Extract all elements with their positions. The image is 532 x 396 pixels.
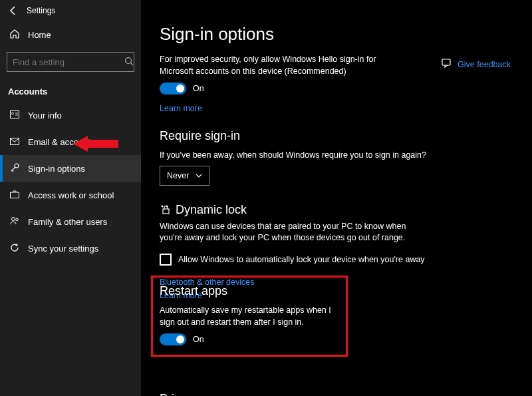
search-icon — [124, 57, 134, 68]
sidebar-item-label: Family & other users — [28, 217, 107, 227]
back-button[interactable] — [5, 3, 21, 19]
hello-desc: For improved security, only allow Window… — [160, 54, 399, 77]
main-content: Sign-in options For improved security, o… — [141, 0, 532, 396]
sidebar-item-sync-settings[interactable]: Sync your settings — [0, 235, 141, 262]
sidebar-item-label: Your info — [28, 110, 62, 120]
briefcase-icon — [9, 190, 20, 200]
dynamic-lock-icon — [160, 204, 170, 216]
svg-point-4 — [126, 57, 132, 63]
require-value: Never — [167, 171, 189, 180]
hello-learn-more-link[interactable]: Learn more — [160, 104, 202, 113]
user-card-icon — [9, 110, 20, 120]
svg-rect-6 — [11, 110, 19, 118]
sidebar-item-your-info[interactable]: Your info — [0, 102, 141, 128]
sidebar-home-label: Home — [28, 30, 51, 40]
hello-toggle[interactable] — [160, 83, 186, 95]
search-input[interactable] — [13, 57, 124, 67]
search-box[interactable] — [7, 52, 134, 72]
key-icon — [9, 163, 20, 174]
svg-point-15 — [12, 218, 15, 221]
svg-rect-20 — [163, 209, 169, 214]
restart-desc: Automatically save my restartable apps w… — [160, 305, 339, 328]
dynlock-title: Dynamic lock — [176, 203, 247, 217]
sidebar-item-label: Sign-in options — [28, 164, 85, 174]
svg-line-5 — [131, 63, 134, 65]
svg-point-7 — [12, 112, 14, 114]
require-title: Require sign-in — [160, 129, 513, 143]
sidebar-item-signin-options[interactable]: Sign-in options — [0, 155, 141, 182]
svg-line-13 — [12, 170, 13, 172]
feedback-icon — [442, 59, 451, 70]
dynlock-checkbox[interactable] — [160, 254, 172, 266]
sidebar-item-label: Email & accounts — [28, 137, 94, 147]
require-dropdown[interactable]: Never — [160, 166, 209, 186]
sidebar-home[interactable]: Home — [0, 21, 141, 48]
restart-toggle-row: On — [160, 333, 339, 345]
restart-title: Restart apps — [160, 284, 339, 298]
dynlock-checkbox-row[interactable]: Allow Windows to automatically lock your… — [160, 254, 513, 266]
sidebar-item-label: Sync your settings — [28, 244, 98, 254]
give-feedback-link[interactable]: Give feedback — [458, 60, 511, 69]
sidebar-item-label: Access work or school — [28, 190, 114, 200]
hello-toggle-row: On — [160, 83, 513, 95]
annotation-highlight-box: Restart apps Automatically save my resta… — [151, 276, 348, 357]
sidebar-item-email-accounts[interactable]: Email & accounts — [0, 128, 141, 155]
mail-icon — [9, 137, 20, 147]
sidebar: Settings Home Accounts Your info — [0, 0, 141, 396]
svg-rect-21 — [442, 59, 450, 65]
sidebar-item-access-work-school[interactable]: Access work or school — [0, 182, 141, 208]
sync-icon — [9, 243, 20, 254]
sidebar-category: Accounts — [0, 76, 141, 102]
dynlock-checkbox-label: Allow Windows to automatically lock your… — [178, 255, 425, 264]
require-desc: If you've been away, when should Windows… — [160, 150, 439, 162]
page-title: Sign-in options — [160, 24, 513, 45]
hello-toggle-state: On — [193, 84, 204, 93]
home-icon — [9, 29, 20, 41]
restart-toggle[interactable] — [160, 333, 186, 345]
sidebar-item-family-users[interactable]: Family & other users — [0, 208, 141, 235]
svg-rect-14 — [11, 192, 19, 198]
chevron-down-icon — [196, 172, 202, 179]
restart-toggle-state: On — [193, 335, 204, 344]
dynlock-desc: Windows can use devices that are paired … — [160, 221, 419, 244]
privacy-title: Privacy — [160, 392, 513, 397]
people-icon — [9, 216, 20, 227]
svg-point-16 — [16, 218, 19, 221]
svg-point-18 — [162, 205, 164, 207]
window-title: Settings — [27, 6, 55, 15]
